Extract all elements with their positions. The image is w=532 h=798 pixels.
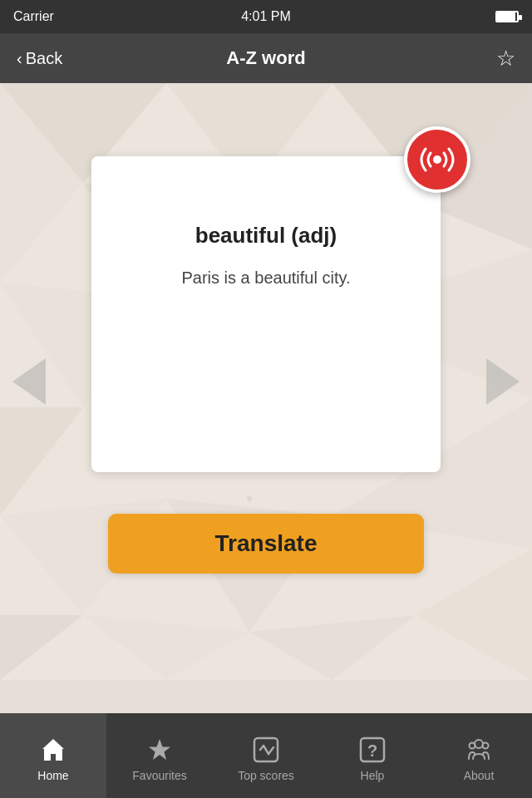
tab-bar: Home Favourites Top scores ? Help <box>0 713 532 798</box>
svg-point-21 <box>247 496 252 501</box>
tab-about-label: About <box>464 769 495 782</box>
word-title: beautiful (adj) <box>195 223 337 249</box>
word-sentence: Paris is a beautiful city. <box>181 265 350 290</box>
svg-line-27 <box>264 746 268 754</box>
audio-waves-svg <box>419 145 456 175</box>
nav-bar: ‹ Back A-Z word ☆ <box>0 33 532 83</box>
translate-label: Translate <box>215 530 318 557</box>
time-label: 4:01 PM <box>241 9 291 24</box>
status-bar: Carrier 4:01 PM <box>0 0 532 33</box>
tab-about[interactable]: About <box>426 713 532 798</box>
translate-button[interactable]: Translate <box>108 514 424 574</box>
back-label: Back <box>26 49 62 68</box>
left-arrow-icon <box>12 358 46 405</box>
tab-help-label: Help <box>361 769 385 782</box>
prev-arrow-button[interactable] <box>8 357 50 406</box>
tab-top-scores[interactable]: Top scores <box>213 713 319 798</box>
tab-help[interactable]: ? Help <box>319 713 426 798</box>
next-arrow-button[interactable] <box>482 357 524 406</box>
back-chevron-icon: ‹ <box>17 49 22 68</box>
carrier-label: Carrier <box>13 9 54 24</box>
home-icon <box>39 736 67 764</box>
word-card: beautiful (adj) Paris is a beautiful cit… <box>91 156 441 472</box>
battery-icon <box>495 11 519 22</box>
page-title: A-Z word <box>226 47 305 69</box>
audio-button[interactable] <box>404 126 470 193</box>
svg-marker-23 <box>42 739 64 761</box>
favourites-icon <box>145 736 174 764</box>
card-body: beautiful (adj) Paris is a beautiful cit… <box>91 156 441 472</box>
favourite-star-button[interactable]: ☆ <box>496 46 515 71</box>
svg-line-28 <box>268 747 273 754</box>
about-icon <box>465 736 493 764</box>
main-content: beautiful (adj) Paris is a beautiful cit… <box>0 83 532 680</box>
svg-text:?: ? <box>367 741 377 760</box>
help-icon: ? <box>358 736 387 764</box>
tab-home[interactable]: Home <box>0 713 106 798</box>
tab-favourites-label: Favourites <box>132 769 186 782</box>
tab-favourites[interactable]: Favourites <box>106 713 213 798</box>
tab-home-label: Home <box>37 769 68 782</box>
tab-top-scores-label: Top scores <box>238 769 294 782</box>
svg-marker-24 <box>149 739 170 760</box>
top-scores-icon <box>252 736 280 764</box>
status-icons <box>495 11 519 22</box>
svg-point-22 <box>433 155 441 164</box>
back-button[interactable]: ‹ Back <box>17 49 62 68</box>
svg-point-31 <box>475 740 483 748</box>
right-arrow-icon <box>486 358 520 405</box>
